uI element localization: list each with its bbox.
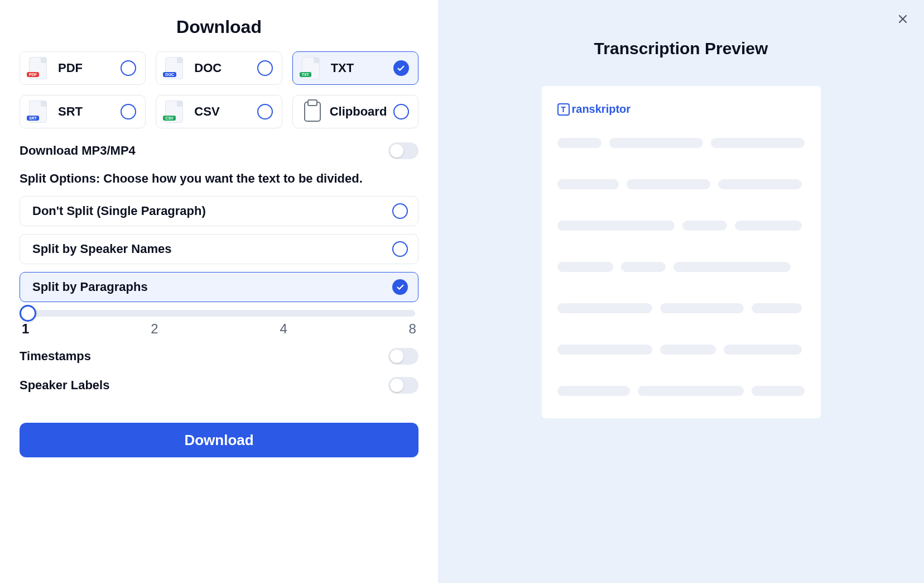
brand-name: ranskriptor (572, 103, 631, 116)
radio-unchecked-icon (392, 203, 408, 219)
clipboard-icon (304, 102, 321, 122)
radio-checked-icon (392, 279, 408, 295)
preview-line (557, 179, 805, 189)
speaker-labels-toggle[interactable] (388, 377, 418, 394)
format-label: PDF (58, 61, 121, 75)
download-panel: Download PDF PDF DOC DOC TXT TX (0, 0, 438, 583)
download-button[interactable]: Download (20, 423, 418, 457)
toggle-knob-icon (390, 379, 403, 392)
slider-mark: 1 (22, 321, 29, 337)
brand-icon: T (557, 103, 570, 116)
slider-mark: 8 (409, 321, 416, 337)
timestamps-toggle[interactable] (388, 348, 418, 365)
format-grid: PDF PDF DOC DOC TXT TXT (20, 51, 418, 128)
speaker-labels-label: Speaker Labels (20, 378, 109, 393)
split-option-label: Split by Speaker Names (32, 242, 171, 256)
preview-line (557, 386, 805, 396)
format-label: TXT (331, 61, 393, 75)
preview-line (557, 138, 805, 148)
timestamps-label: Timestamps (20, 349, 91, 364)
toggle-knob-icon (390, 350, 403, 363)
file-csv-icon: CSV (165, 101, 185, 123)
split-option-no-split[interactable]: Don't Split (Single Paragraph) (20, 196, 418, 226)
download-title: Download (20, 17, 418, 37)
format-option-txt[interactable]: TXT TXT (292, 51, 418, 85)
radio-unchecked-icon (257, 60, 273, 76)
preview-line (557, 221, 805, 231)
radio-unchecked-icon (121, 60, 136, 76)
format-option-csv[interactable]: CSV CSV (156, 95, 282, 128)
speaker-labels-row: Speaker Labels (20, 377, 418, 394)
file-txt-icon: TXT (302, 57, 322, 79)
paragraph-count-slider: 1 2 4 8 (20, 310, 418, 337)
preview-line (557, 303, 805, 313)
split-option-paragraphs[interactable]: Split by Paragraphs (20, 272, 418, 302)
preview-panel: Transcription Preview T ranskriptor (438, 0, 924, 583)
split-option-label: Split by Paragraphs (32, 280, 148, 294)
slider-thumb[interactable] (20, 305, 36, 322)
timestamps-row: Timestamps (20, 348, 418, 365)
radio-unchecked-icon (392, 241, 408, 257)
slider-labels: 1 2 4 8 (20, 321, 418, 337)
file-doc-icon: DOC (165, 57, 185, 79)
split-options-label: Split Options: Choose how you want the t… (20, 171, 418, 186)
split-option-speaker[interactable]: Split by Speaker Names (20, 234, 418, 264)
slider-track[interactable] (23, 310, 415, 317)
file-pdf-icon: PDF (29, 57, 49, 79)
download-media-toggle[interactable] (388, 142, 418, 159)
split-option-label: Don't Split (Single Paragraph) (32, 204, 206, 218)
format-label: SRT (58, 104, 121, 119)
format-option-doc[interactable]: DOC DOC (156, 51, 282, 85)
format-label: Clipboard (330, 104, 393, 119)
format-label: CSV (194, 104, 257, 119)
preview-title: Transcription Preview (438, 39, 924, 58)
radio-unchecked-icon (393, 104, 409, 120)
toggle-knob-icon (390, 144, 403, 157)
preview-card: T ranskriptor (542, 86, 821, 418)
format-option-clipboard[interactable]: Clipboard (292, 95, 418, 128)
slider-mark: 2 (151, 321, 158, 337)
brand-logo: T ranskriptor (557, 103, 805, 116)
preview-line (557, 262, 805, 272)
radio-checked-icon (393, 60, 409, 76)
download-media-label: Download MP3/MP4 (20, 144, 136, 158)
file-srt-icon: SRT (29, 101, 49, 123)
format-option-srt[interactable]: SRT SRT (20, 95, 146, 128)
radio-unchecked-icon (257, 104, 273, 120)
preview-line (557, 345, 805, 355)
slider-mark: 4 (280, 321, 287, 337)
download-media-row: Download MP3/MP4 (20, 142, 418, 159)
format-option-pdf[interactable]: PDF PDF (20, 51, 146, 85)
format-label: DOC (194, 61, 257, 75)
radio-unchecked-icon (121, 104, 136, 120)
close-button[interactable] (896, 12, 909, 26)
